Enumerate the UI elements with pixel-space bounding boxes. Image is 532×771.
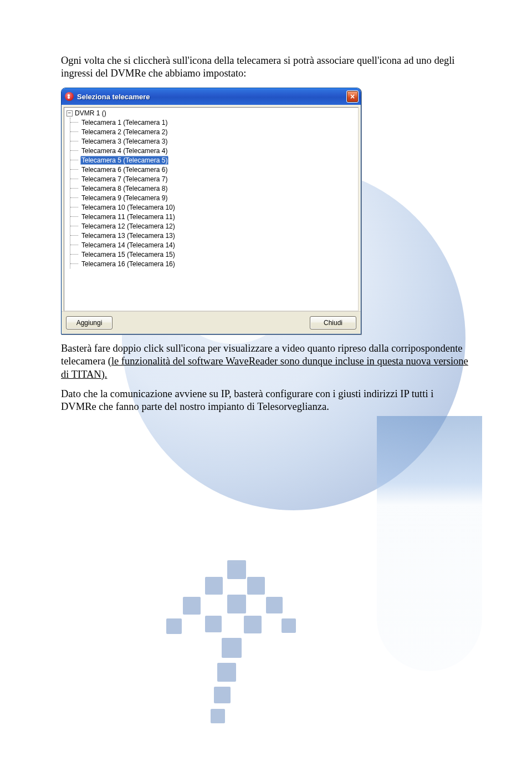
- tree-item-label: Telecamera 15 (Telecamera 15): [80, 251, 176, 258]
- app-icon: [65, 92, 74, 101]
- tree-item[interactable]: Telecamera 16 (Telecamera 16): [70, 259, 356, 268]
- close-icon: ×: [350, 93, 355, 100]
- tree-item[interactable]: Telecamera 3 (Telecamera 3): [70, 136, 356, 146]
- tree-item[interactable]: Telecamera 6 (Telecamera 6): [70, 165, 356, 174]
- tree-item-label: Telecamera 16 (Telecamera 16): [80, 260, 176, 268]
- tree-item-label: Telecamera 3 (Telecamera 3): [80, 138, 168, 145]
- tree-item[interactable]: Telecamera 2 (Telecamera 2): [70, 127, 356, 136]
- tree-item-label: Telecamera 4 (Telecamera 4): [80, 147, 168, 155]
- tree-item-label: Telecamera 13 (Telecamera 13): [80, 232, 176, 240]
- dialog-seleziona-telecamere: Seleziona telecamere × − DVMR 1 () Telec…: [61, 88, 361, 334]
- tree-item[interactable]: Telecamera 4 (Telecamera 4): [70, 146, 356, 155]
- tree-item-label: Telecamera 6 (Telecamera 6): [80, 166, 168, 174]
- close-dialog-button[interactable]: Chiudi: [310, 316, 356, 329]
- tree-item[interactable]: Telecamera 11 (Telecamera 11): [70, 212, 356, 221]
- tree-item-label: Telecamera 12 (Telecamera 12): [80, 222, 176, 230]
- tree-item[interactable]: Telecamera 8 (Telecamera 8): [70, 184, 356, 193]
- tree-root-label[interactable]: DVMR 1 (): [75, 109, 106, 117]
- dialog-titlebar[interactable]: Seleziona telecamere ×: [62, 88, 361, 105]
- tree-item-label: Telecamera 11 (Telecamera 11): [80, 213, 176, 221]
- dialog-button-bar: Aggiungi Chiudi: [62, 311, 361, 334]
- tree-item-label: Telecamera 2 (Telecamera 2): [80, 128, 168, 136]
- tree-collapse-toggle[interactable]: −: [66, 110, 73, 116]
- tree-item[interactable]: Telecamera 13 (Telecamera 13): [70, 231, 356, 240]
- tree-item-label: Telecamera 14 (Telecamera 14): [80, 241, 176, 249]
- tree-item-label: Telecamera 1 (Telecamera 1): [80, 119, 168, 126]
- tree-item[interactable]: Telecamera 1 (Telecamera 1): [70, 118, 356, 127]
- tree-item[interactable]: Telecamera 14 (Telecamera 14): [70, 240, 356, 250]
- tree-item[interactable]: Telecamera 12 (Telecamera 12): [70, 221, 356, 231]
- paragraph-ip: Dato che la comunicazione avviene su IP,…: [61, 388, 471, 413]
- tree-item[interactable]: Telecamera 5 (Telecamera 5): [70, 155, 356, 165]
- paragraph-intro: Ogni volta che si cliccherà sull'icona d…: [61, 54, 471, 80]
- tree-item[interactable]: Telecamera 9 (Telecamera 9): [70, 193, 356, 202]
- tree-item[interactable]: Telecamera 7 (Telecamera 7): [70, 174, 356, 184]
- close-button[interactable]: ×: [346, 90, 359, 103]
- add-button[interactable]: Aggiungi: [66, 316, 112, 329]
- tree-item[interactable]: Telecamera 15 (Telecamera 15): [70, 250, 356, 259]
- tree-item-label: Telecamera 7 (Telecamera 7): [80, 175, 168, 183]
- tree-item-label: Telecamera 5 (Telecamera 5): [80, 156, 168, 165]
- dialog-title: Seleziona telecamere: [77, 93, 346, 101]
- tree-item-label: Telecamera 10 (Telecamera 10): [80, 204, 176, 211]
- tree-item[interactable]: Telecamera 10 (Telecamera 10): [70, 202, 356, 212]
- tree-item-label: Telecamera 9 (Telecamera 9): [80, 194, 168, 202]
- paragraph-instructions: Basterà fare doppio click sull'icona per…: [61, 342, 471, 381]
- camera-tree[interactable]: − DVMR 1 () Telecamera 1 (Telecamera 1)T…: [64, 107, 359, 311]
- tree-item-label: Telecamera 8 (Telecamera 8): [80, 185, 168, 192]
